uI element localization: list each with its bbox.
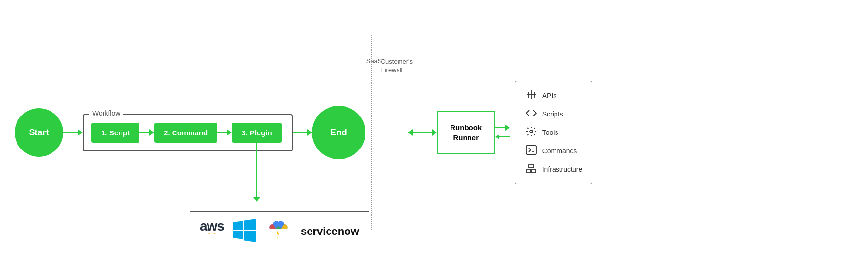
double-arrow-section (408, 129, 437, 136)
legend-box: APIs Scripts Tools (515, 81, 592, 184)
legend-label-infrastructure: Infrastructure (542, 166, 582, 173)
commands-icon (525, 144, 538, 158)
step1-box: 1. Script (91, 123, 139, 143)
svg-rect-7 (527, 169, 531, 173)
legend-item-apis: APIs (525, 89, 582, 102)
gcp-logo (265, 219, 292, 244)
svg-marker-10 (233, 221, 243, 230)
runbook-runner-box: RunbookRunner (437, 111, 495, 154)
start-circle: Start (15, 108, 63, 157)
windows-logo (233, 219, 256, 244)
workflow-label: Workflow (89, 109, 123, 117)
diagram-container: Start Workflow 1. Script 2. Command 3. P… (0, 0, 868, 265)
apis-icon (525, 89, 538, 102)
step2-box: 2. Command (154, 123, 217, 143)
vertical-arrow (253, 143, 260, 202)
aws-arrow-icon: ⌒ (207, 231, 217, 244)
arrow-head-left (408, 129, 413, 136)
legend-label-scripts: Scripts (542, 110, 563, 118)
legend-item-infrastructure: Infrastructure (525, 163, 582, 176)
arrow-head (78, 129, 83, 136)
dotted-divider (371, 35, 372, 230)
arrow-line (63, 132, 78, 133)
svg-marker-13 (244, 231, 256, 242)
arrow-start-workflow (63, 129, 83, 136)
arrow-step1-step2 (139, 129, 154, 136)
workflow-box: Workflow 1. Script 2. Command 3. Plugin (83, 114, 293, 151)
tools-icon (525, 126, 538, 139)
end-label: End (330, 128, 347, 138)
runbook-runner-label: RunbookRunner (450, 122, 482, 143)
servicenow-logo: servicenow (301, 225, 359, 238)
servicenow-text: servicenow (301, 225, 359, 237)
svg-marker-14 (277, 230, 279, 239)
arrow-step2-step3 (217, 129, 232, 136)
legend-item-tools: Tools (525, 126, 582, 139)
end-circle: End (312, 106, 365, 159)
svg-marker-11 (244, 219, 256, 230)
svg-point-4 (530, 130, 533, 133)
runbook-right-arrow-in (495, 134, 510, 139)
legend-label-commands: Commands (542, 147, 577, 155)
arrow-workflow-end (293, 129, 312, 136)
start-label: Start (29, 128, 49, 138)
legend-label-tools: Tools (542, 129, 558, 136)
svg-rect-9 (529, 165, 534, 168)
legend-item-commands: Commands (525, 144, 582, 158)
aws-logo: aws ⌒ (200, 218, 224, 244)
svg-rect-8 (532, 169, 536, 173)
scripts-icon (525, 107, 538, 121)
svg-marker-12 (233, 231, 243, 239)
step3-box: 3. Plugin (232, 123, 282, 143)
arrow-head-right (432, 129, 437, 136)
legend-label-apis: APIs (542, 92, 557, 99)
customers-firewall-label: Customer's Firewall (381, 57, 413, 75)
saas-label: SaaS (366, 57, 382, 65)
runbook-right-arrow-out (494, 124, 510, 131)
legend-item-scripts: Scripts (525, 107, 582, 121)
infrastructure-icon (525, 163, 538, 176)
cloud-logos-box: aws ⌒ (190, 211, 369, 251)
